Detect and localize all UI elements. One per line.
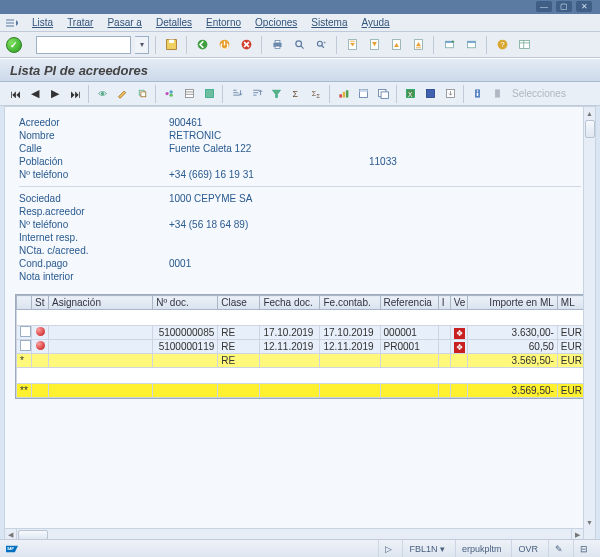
mass-change-icon[interactable]	[160, 85, 178, 103]
export-excel-icon[interactable]: X	[401, 85, 419, 103]
win-min-icon[interactable]: —	[536, 1, 552, 12]
exit-icon[interactable]	[215, 36, 233, 54]
svg-point-8	[295, 41, 301, 47]
table-row[interactable]: 5100000085RE 17.10.201917.10.2019000001 …	[17, 326, 584, 340]
select-layout-icon[interactable]	[374, 85, 392, 103]
row-checkbox[interactable]	[20, 326, 31, 337]
total-row: ** 3.569,50-EUR	[17, 384, 584, 398]
find-icon[interactable]	[290, 36, 308, 54]
selections-icon[interactable]	[488, 85, 506, 103]
next-page-icon[interactable]	[387, 36, 405, 54]
grid-header: StAsignaciónNº doc. ClaseFecha doc.Fe.co…	[17, 296, 584, 310]
cancel-icon[interactable]	[237, 36, 255, 54]
table-row[interactable]: 5100000119RE 12.11.201912.11.2019PR0001 …	[17, 340, 584, 354]
svg-text:X: X	[408, 91, 413, 98]
info-icon[interactable]	[468, 85, 486, 103]
status-system: erpukpltm	[462, 544, 502, 554]
status-conn-icon[interactable]: ⊟	[573, 540, 594, 557]
export-word-icon[interactable]	[421, 85, 439, 103]
export-local-icon[interactable]	[441, 85, 459, 103]
svg-point-54	[476, 90, 478, 92]
nav-first-icon[interactable]: ⏮	[6, 85, 24, 103]
standard-toolbar: ✓ ▾ + + ?	[0, 32, 600, 58]
selections-label: Selecciones	[512, 88, 566, 99]
sort-desc-icon[interactable]	[247, 85, 265, 103]
row-checkbox[interactable]	[20, 340, 31, 351]
svg-point-29	[100, 92, 103, 95]
win-max-icon[interactable]: ▢	[556, 1, 572, 12]
menu-sistema[interactable]: Sistema	[311, 17, 347, 28]
svg-rect-44	[345, 90, 347, 97]
menu-detalles[interactable]: Detalles	[156, 17, 192, 28]
sort-asc-icon[interactable]	[227, 85, 245, 103]
prev-page-icon[interactable]	[365, 36, 383, 54]
app-toolbar: ⏮ ◀ ▶ ⏭ Σ ΣΣ X Selecciones	[0, 82, 600, 106]
menu-ayuda[interactable]: Ayuda	[361, 17, 389, 28]
total-icon[interactable]: Σ	[287, 85, 305, 103]
menu-indicator-icon[interactable]	[6, 18, 18, 28]
header-details: Acreedor900461 NombreRETRONIC CalleFuent…	[5, 107, 595, 290]
svg-rect-48	[381, 92, 388, 99]
svg-line-11	[321, 45, 323, 47]
menu-bar: Lista Tratar Pasar a Detalles Entorno Op…	[0, 14, 600, 32]
enter-button[interactable]: ✓	[6, 37, 22, 53]
find-next-icon[interactable]: +	[312, 36, 330, 54]
svg-line-9	[301, 46, 303, 48]
subtotal-icon[interactable]: ΣΣ	[307, 85, 325, 103]
nav-last-icon[interactable]: ⏭	[66, 85, 84, 103]
shortcut-icon[interactable]	[462, 36, 480, 54]
svg-text:+: +	[323, 40, 326, 45]
sap-logo-icon: SAP	[6, 543, 18, 555]
svg-rect-23	[467, 41, 475, 43]
svg-rect-46	[359, 89, 367, 91]
status-open-icon	[36, 341, 45, 350]
first-page-icon[interactable]	[343, 36, 361, 54]
svg-text:SAP: SAP	[7, 547, 14, 551]
change-doc-icon[interactable]	[113, 85, 131, 103]
print-icon[interactable]	[268, 36, 286, 54]
svg-rect-38	[205, 89, 213, 97]
status-insert-mode: OVR	[518, 544, 538, 554]
menu-tratar[interactable]: Tratar	[67, 17, 93, 28]
line-items-grid: StAsignaciónNº doc. ClaseFecha doc.Fe.co…	[15, 294, 585, 399]
status-message[interactable]: ▷	[378, 540, 398, 557]
layout-icon[interactable]	[354, 85, 372, 103]
layout-menu-icon[interactable]	[515, 36, 533, 54]
svg-text:Σ: Σ	[316, 93, 320, 99]
svg-rect-42	[339, 94, 341, 97]
help-icon[interactable]: ?	[493, 36, 511, 54]
menu-entorno[interactable]: Entorno	[206, 17, 241, 28]
new-session-icon[interactable]: +	[440, 36, 458, 54]
vertical-scrollbar[interactable]: ▲▼	[583, 107, 595, 540]
menu-opciones[interactable]: Opciones	[255, 17, 297, 28]
win-close-icon[interactable]: ✕	[576, 1, 592, 12]
overdue-icon: ❖	[454, 328, 465, 339]
display-doc-icon[interactable]	[93, 85, 111, 103]
command-field[interactable]	[36, 36, 131, 54]
svg-rect-56	[495, 89, 500, 97]
svg-text:?: ?	[500, 40, 504, 49]
save-icon[interactable]	[162, 36, 180, 54]
status-open-icon	[36, 327, 45, 336]
svg-rect-31	[140, 92, 145, 97]
svg-point-32	[165, 92, 168, 95]
status-bar: SAP ▷ FBL1N ▾ erpukpltm OVR ✎ ⊟	[0, 539, 600, 557]
menu-lista[interactable]: Lista	[32, 17, 53, 28]
other-list-icon[interactable]	[180, 85, 198, 103]
svg-text:Σ: Σ	[292, 89, 298, 99]
menu-pasar-a[interactable]: Pasar a	[107, 17, 141, 28]
switch-icon[interactable]	[133, 85, 151, 103]
nav-prev-icon[interactable]: ◀	[26, 85, 44, 103]
command-dropdown[interactable]: ▾	[135, 36, 149, 54]
summarize-icon[interactable]	[200, 85, 218, 103]
page-title: Lista PI de acreedores	[0, 58, 600, 82]
last-page-icon[interactable]	[409, 36, 427, 54]
svg-rect-43	[342, 92, 344, 98]
abc-analysis-icon[interactable]	[334, 85, 352, 103]
svg-rect-6	[275, 40, 280, 42]
status-sig-icon[interactable]: ✎	[548, 540, 569, 557]
nav-next-icon[interactable]: ▶	[46, 85, 64, 103]
back-icon[interactable]	[193, 36, 211, 54]
filter-icon[interactable]	[267, 85, 285, 103]
subtotal-row: *RE 3.569,50-EUR	[17, 354, 584, 368]
